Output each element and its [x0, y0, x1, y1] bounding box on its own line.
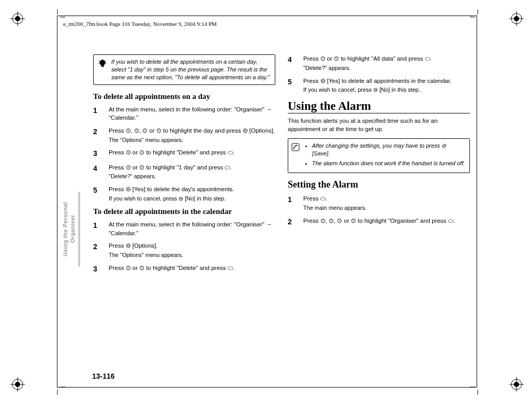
step-number: 3 [93, 148, 109, 159]
steps-delete-calendar: 1At the main menu, select in the followi… [93, 220, 275, 274]
note-icon [291, 142, 301, 169]
tip-text: If you wish to delete all the appointmen… [111, 58, 271, 81]
svg-point-24 [100, 60, 106, 66]
step-text: Press ⬭. [303, 195, 327, 202]
step-number: 2 [288, 217, 303, 227]
svg-line-27 [99, 61, 100, 62]
tip-box: If you wish to delete all the appointmen… [93, 54, 275, 85]
step-number: 1 [288, 194, 303, 212]
step: 5Press ⊖ [Yes] to delete all appointment… [288, 77, 470, 95]
step: 3Press ⊙ or ⊙ to highlight "Delete" and … [93, 264, 275, 274]
step-number: 3 [93, 264, 109, 274]
heading-setting-alarm: Setting the Alarm [288, 179, 470, 190]
left-column: If you wish to delete all the appointmen… [93, 54, 275, 278]
sidetab-label: Using the Personal Organiser [61, 193, 77, 265]
alarm-intro: This function alerts you at a specified … [288, 117, 470, 133]
step-text: Press ⊙ or ⊙ to highlight "1 day" and pr… [109, 164, 232, 170]
step-subtext: The "Options" menu appears. [109, 136, 275, 145]
step-number: 5 [93, 185, 109, 203]
svg-point-11 [15, 16, 20, 21]
step-subtext: If you wish to cancel, press ⊖ [No] in t… [303, 86, 470, 94]
note-item: After changing the settings, you may hav… [312, 142, 465, 157]
step: 4Press ⊙ or ⊙ to highlight "All data" an… [288, 54, 470, 73]
steps-delete-day: 1At the main menu, select in the followi… [93, 105, 275, 203]
steps-setting-alarm: 1Press ⬭.The main menu appears. 2Press ⊙… [288, 194, 470, 227]
step: 2Press ⊖ [Options].The "Options" menu ap… [93, 241, 275, 260]
step: 2Press ⊙, ⊙, ⊙ or ⊙ to highlight "Organi… [288, 217, 470, 227]
step: 1Press ⬭.The main menu appears. [288, 194, 470, 212]
step-text: Press ⊙, ⊙, ⊙ or ⊙ to highlight the day … [109, 127, 275, 134]
registration-mark-icon [509, 11, 524, 26]
page-header: e_tm200_7fm.book Page 116 Tuesday, Novem… [63, 21, 217, 27]
step-number: 5 [288, 77, 303, 95]
step-text: At the main menu, select in the followin… [109, 106, 272, 121]
step: 1At the main menu, select in the followi… [93, 220, 275, 237]
sidetab-bar [78, 192, 80, 266]
right-column: 4Press ⊙ or ⊙ to highlight "All data" an… [288, 54, 470, 278]
note-text: After changing the settings, you may hav… [305, 142, 465, 169]
step-number: 2 [93, 241, 109, 260]
step-subtext: "Delete?" appears. [109, 173, 275, 181]
step-text: Press ⊙ or ⊙ to highlight "Delete" and p… [109, 265, 234, 271]
step-number: 4 [93, 163, 109, 181]
step-text: At the main menu, select in the followin… [109, 221, 272, 236]
step-text: Press ⊙ or ⊙ to highlight "Delete" and p… [109, 149, 234, 155]
step-subtext: The main menu appears. [303, 204, 470, 212]
content-columns: If you wish to delete all the appointmen… [93, 54, 471, 278]
steps-delete-calendar-cont: 4Press ⊙ or ⊙ to highlight "All data" an… [288, 54, 470, 94]
step-subtext: "Delete?" appears. [303, 64, 470, 73]
step-number: 2 [93, 126, 109, 145]
heading-delete-calendar: To delete all appointments in the calend… [93, 207, 275, 216]
svg-point-19 [15, 382, 20, 387]
step: 2Press ⊙, ⊙, ⊙ or ⊙ to highlight the day… [93, 126, 275, 145]
heading-delete-day: To delete all appointments on a day [93, 92, 275, 101]
step-text: Press ⊖ [Yes] to delete the day's appoin… [109, 186, 234, 192]
step-number: 1 [93, 105, 109, 122]
step-number: 1 [93, 220, 109, 237]
svg-line-28 [105, 61, 106, 62]
svg-point-23 [514, 382, 519, 387]
step-text: Press ⊙ or ⊙ to highlight "All data" and… [303, 55, 432, 62]
step-text: Press ⊙, ⊙, ⊙ or ⊙ to highlight "Organis… [303, 218, 455, 224]
step-subtext: If you wish to cancel, press ⊖ [No] in t… [109, 195, 275, 203]
step-text: Press ⊖ [Yes] to delete all appointments… [303, 78, 451, 84]
page-number: 13-116 [92, 372, 115, 380]
step: 1At the main menu, select in the followi… [93, 105, 275, 122]
step: 4Press ⊙ or ⊙ to highlight "1 day" and p… [93, 163, 275, 181]
step: 3Press ⊙ or ⊙ to highlight "Delete" and … [93, 148, 275, 159]
step: 5Press ⊖ [Yes] to delete the day's appoi… [93, 185, 275, 203]
svg-point-15 [514, 16, 519, 21]
svg-rect-31 [292, 144, 299, 151]
registration-mark-icon [10, 377, 25, 392]
heading-using-alarm: Using the Alarm [288, 99, 470, 113]
note-item: The alarm function does not work if the … [312, 160, 465, 167]
note-box: After changing the settings, you may hav… [288, 138, 470, 173]
lightbulb-icon [98, 58, 107, 81]
registration-mark-icon [10, 11, 25, 26]
svg-rect-25 [101, 65, 104, 67]
step-text: Press ⊖ [Options]. [109, 242, 158, 249]
step-number: 4 [288, 54, 303, 73]
step-subtext: The "Options" menu appears. [109, 251, 275, 260]
registration-mark-icon [509, 377, 524, 392]
